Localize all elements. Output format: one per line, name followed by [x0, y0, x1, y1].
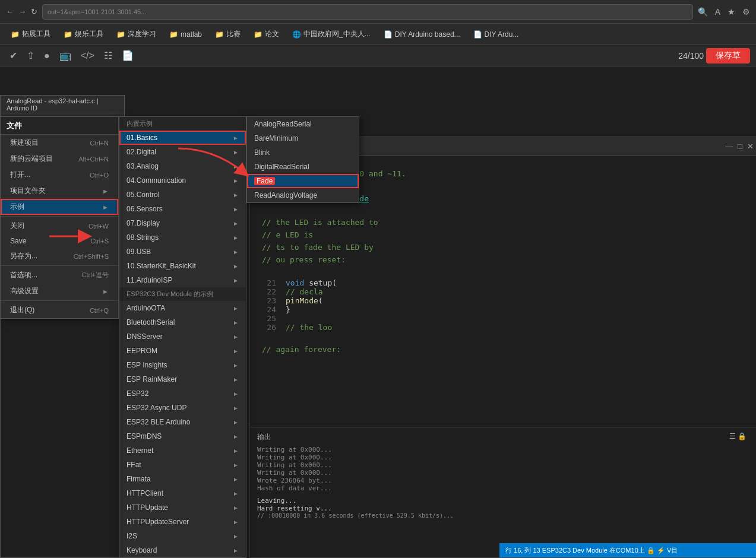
- file-icon[interactable]: 📄: [118, 49, 137, 62]
- output-line-5: Wrote 236064 byt...: [257, 477, 752, 484]
- bookmark-entertainment[interactable]: 📁 娱乐工具: [59, 28, 108, 40]
- submenu-firmata[interactable]: Firmata ►: [119, 472, 246, 486]
- block-icon[interactable]: ☷: [100, 49, 116, 62]
- top-toolbar: ✔ ⇧ ● 📺 </> ☷ 📄 24/100 保存草: [0, 45, 756, 66]
- output-line-3: Writing at 0x000...: [257, 461, 752, 469]
- menu-save-as[interactable]: 另存为... Ctrl+Shift+S: [1, 248, 118, 264]
- code-line-26: 26 // the loo: [262, 323, 748, 332]
- examples-submenu: 内置示例 01.Basics ► 02.Digital ► 03.Analog …: [119, 116, 246, 558]
- font-icon[interactable]: A: [715, 7, 720, 17]
- output-line-9: // :00010000 in 3.6 seconds (effective 5…: [257, 512, 752, 519]
- output-header: 输出 ☰ 🔒: [257, 432, 752, 442]
- menu-new-cloud-project[interactable]: 新的云端项目 Alt+Ctrl+N: [1, 151, 118, 167]
- debug-icon[interactable]: ●: [40, 49, 53, 62]
- submenu-httpclient[interactable]: HTTPClient ►: [119, 486, 246, 500]
- submenu2-bareminimum[interactable]: BareMinimum: [247, 131, 359, 145]
- url-bar[interactable]: out=1&spm=1001.2101.3001.45...: [42, 4, 693, 20]
- device-section-label: ESP32C3 Dev Module 的示例: [119, 287, 246, 301]
- file-menu: 文件 新建项目 Ctrl+N 新的云端项目 Alt+Ctrl+N 打开... C…: [0, 116, 119, 319]
- star-icon[interactable]: ★: [727, 7, 735, 17]
- submenu-dnsserver[interactable]: DNSServer ►: [119, 329, 246, 344]
- output-line-2: Writing at 0x000...: [257, 454, 752, 461]
- submenu-strings[interactable]: 08.Strings ►: [119, 230, 246, 245]
- submenu-httpupdateserver[interactable]: HTTPUpdateServer ►: [119, 515, 246, 529]
- bookmark-diy1[interactable]: 📄 DIY Arduino based...: [379, 29, 465, 40]
- submenu-ffat[interactable]: FFat ►: [119, 458, 246, 472]
- menu-close[interactable]: 关闭 Ctrl+W: [1, 218, 118, 234]
- code-line-comment4: // the LED is attached to: [262, 217, 748, 229]
- submenu-keyboard[interactable]: Keyboard ►: [119, 543, 246, 557]
- bookmark-deeplearning[interactable]: 📁 深度学习: [112, 28, 161, 40]
- bookmarks-bar: 📁 拓展工具 📁 娱乐工具 📁 深度学习 📁 matlab 📁 比赛 📁 论文 …: [0, 24, 756, 45]
- menu-save[interactable]: Save Ctrl+S: [1, 234, 118, 248]
- save-button[interactable]: 保存草: [706, 48, 750, 64]
- submenu-analog[interactable]: 03.Analog ►: [119, 159, 246, 173]
- menu-preferences[interactable]: 首选项... Ctrl+逗号: [1, 267, 118, 283]
- minimize-icon[interactable]: —: [725, 142, 733, 151]
- bookmark-diy2[interactable]: 📄 DIY Ardu...: [469, 29, 524, 40]
- code-line-21: 21 void setup(: [262, 278, 748, 287]
- submenu-esp32-ble[interactable]: ESP32 BLE Arduino ►: [119, 415, 246, 429]
- output-line-8: Hard resetting v...: [257, 505, 752, 512]
- code-line-comment5: // e LED is: [262, 229, 748, 242]
- submenu-arduinaota[interactable]: ArduinoOTA ►: [119, 301, 246, 315]
- submenu-eeprom[interactable]: EEPROM ►: [119, 344, 246, 358]
- submenu-usb[interactable]: 09.USB ►: [119, 245, 246, 259]
- submenu-basics[interactable]: 01.Basics ►: [119, 131, 246, 145]
- settings-icon[interactable]: ⚙: [742, 7, 750, 17]
- close-icon[interactable]: ✕: [747, 142, 754, 151]
- menu-exit[interactable]: 退出(Q) Ctrl+Q: [1, 302, 118, 318]
- refresh-icon[interactable]: ↻: [31, 7, 37, 16]
- submenu-sensors[interactable]: 06.Sensors ►: [119, 202, 246, 216]
- verify-icon[interactable]: ✔: [6, 49, 21, 62]
- bookmark-matlab[interactable]: 📁 matlab: [165, 29, 207, 40]
- counter-display: 24/100: [678, 51, 704, 61]
- submenu-arduinoisp[interactable]: 11.ArduinoISP ►: [119, 273, 246, 287]
- search-icon[interactable]: 🔍: [698, 7, 708, 17]
- code-line-comment7: // ou press reset:: [262, 254, 748, 267]
- submenu-display[interactable]: 07.Display ►: [119, 216, 246, 230]
- submenu-bluetoothserial[interactable]: BluetoothSerial ►: [119, 315, 246, 329]
- menu-divider-3: [1, 300, 118, 301]
- submenu-httpupdate[interactable]: HTTPUpdate ►: [119, 500, 246, 515]
- bookmark-paper[interactable]: 📁 论文: [249, 28, 284, 40]
- upload-icon[interactable]: ⇧: [23, 49, 38, 62]
- forward-icon[interactable]: →: [18, 7, 26, 16]
- menu-examples[interactable]: 示例 ►: [1, 199, 118, 215]
- code-line-comment8: // again forever:: [262, 344, 748, 356]
- submenu-ethernet[interactable]: Ethernet ►: [119, 443, 246, 458]
- submenu-control[interactable]: 05.Control ►: [119, 188, 246, 202]
- bookmark-extensions[interactable]: 📁 拓展工具: [6, 28, 55, 40]
- maximize-icon[interactable]: □: [738, 142, 742, 151]
- code-icon[interactable]: </>: [77, 49, 98, 62]
- submenu-esp-insights[interactable]: ESP Insights ►: [119, 358, 246, 372]
- code-line-22: 22 // decla: [262, 287, 748, 296]
- menu-new-project[interactable]: 新建项目 Ctrl+N: [1, 135, 118, 151]
- output-line-1: Writing at 0x000...: [257, 446, 752, 454]
- submenu-esp-rainmaker[interactable]: ESP RainMaker ►: [119, 372, 246, 386]
- submenu2-blink[interactable]: Blink: [247, 145, 359, 160]
- submenu-i2s[interactable]: I2S ►: [119, 529, 246, 543]
- bookmark-gov[interactable]: 🌐 中国政府网_中央人...: [287, 28, 375, 40]
- output-area: 输出 ☰ 🔒 Writing at 0x000... Writing at 0x…: [250, 427, 756, 557]
- code-line-25: 25: [262, 314, 748, 323]
- back-icon[interactable]: ←: [6, 7, 14, 16]
- code-line-23: 23 pinMode(: [262, 296, 748, 305]
- submenu-esp32-async-udp[interactable]: ESP32 Async UDP ►: [119, 401, 246, 415]
- bookmark-competition[interactable]: 📁 比赛: [210, 28, 245, 40]
- submenu2-analogreadserial[interactable]: AnalogReadSerial: [247, 117, 359, 131]
- submenu-digital[interactable]: 02.Digital ►: [119, 145, 246, 159]
- submenu-esp32[interactable]: ESP32 ►: [119, 386, 246, 401]
- submenu2-fade[interactable]: Fade: [247, 174, 359, 188]
- code-line-comment6: // ts to fade the LED by: [262, 242, 748, 254]
- menu-project-folder[interactable]: 项目文件夹 ►: [1, 183, 118, 199]
- submenu-starterkit[interactable]: 10.StarterKit_BasicKit ►: [119, 259, 246, 273]
- menu-advanced-settings[interactable]: 高级设置 ►: [1, 283, 118, 299]
- submenu2-digitalreadserial[interactable]: DigitalReadSerial: [247, 160, 359, 174]
- submenu2-readanalogvoltage[interactable]: ReadAnalogVoltage: [247, 188, 359, 202]
- submenu-communication[interactable]: 04.Communication ►: [119, 173, 246, 188]
- menu-open[interactable]: 打开... Ctrl+O: [1, 167, 118, 183]
- serial-monitor-icon[interactable]: 📺: [56, 49, 75, 62]
- submenu-espmdns[interactable]: ESPmDNS ►: [119, 429, 246, 443]
- output-line-7: Leaving...: [257, 497, 752, 505]
